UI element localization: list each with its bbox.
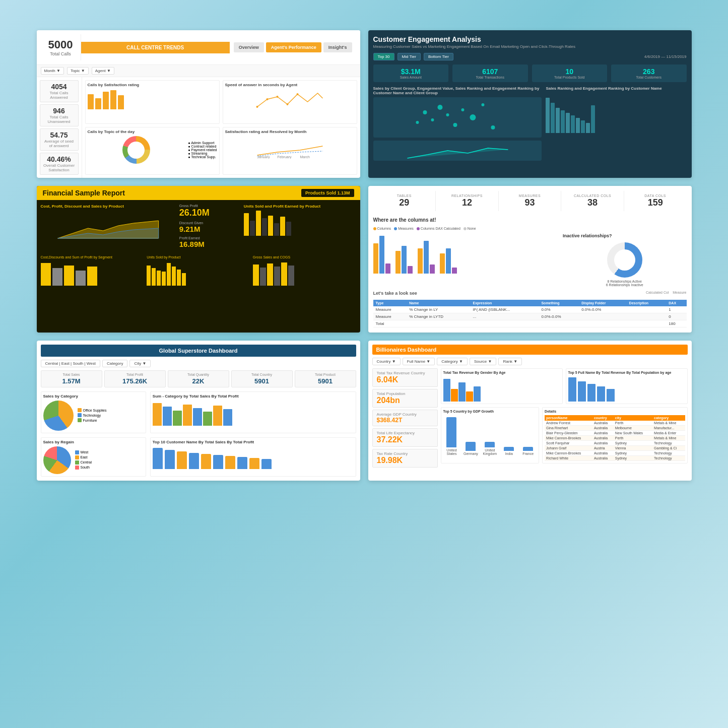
- month-filter[interactable]: Month ▼: [41, 67, 64, 75]
- legend-measures: Measures: [394, 227, 414, 230]
- region-pie-area: West East Central South: [43, 446, 144, 474]
- bar-e: [268, 216, 273, 236]
- svg-point-0: [256, 106, 258, 108]
- bar-a: [244, 213, 249, 236]
- dm-chart-left: [373, 233, 559, 287]
- filter-bottomtier[interactable]: Bottom Tier: [424, 53, 453, 60]
- legend-dax: Columns DAX Calculated: [417, 227, 460, 230]
- bar-1: [88, 94, 94, 109]
- topic-filter[interactable]: Topic ▼: [67, 67, 89, 75]
- sum-bar-3: [173, 411, 182, 426]
- bd-fullname-filter[interactable]: Full Name ▼: [403, 358, 435, 365]
- gs-kpis: Total Sales 1.57M Total Profit 175.26K T…: [41, 370, 356, 387]
- bd-category-filter[interactable]: Category ▼: [437, 358, 468, 365]
- kpi-unanswered: 946 Total Calls Unanswered: [40, 104, 79, 126]
- products-sold-badge: Products Sold 1.13M: [301, 189, 354, 197]
- svg-point-16: [481, 103, 484, 106]
- cost-segment-section: Cost,Discounts and Sum of Profit by Segm…: [41, 255, 144, 286]
- svg-point-3: [286, 103, 288, 105]
- gross-profit-kpi: Gross Profit 26.10M: [179, 204, 240, 218]
- svg-point-1: [266, 98, 268, 100]
- tab-overview[interactable]: Overview: [234, 42, 264, 52]
- tab-agents-performance[interactable]: Agent's Performance: [266, 42, 321, 52]
- up-bar-8: [182, 273, 186, 286]
- total-calls-value: 5000: [47, 38, 75, 51]
- dm-charts: Inactive relationships? 8 Relationships …: [373, 233, 687, 287]
- bd-tax-rate-kpi: Tax Rate Country 19.98K: [372, 449, 438, 468]
- tab-insights[interactable]: Insight's: [323, 42, 352, 52]
- gs-city-filter[interactable]: City ▼: [129, 360, 151, 367]
- gender-bar-m3: [474, 386, 481, 402]
- gs-kpi-quantity: Total Quantity 22K: [168, 370, 229, 387]
- bd-rank-filter[interactable]: Rank ▼: [498, 358, 522, 365]
- svg-text:March: March: [300, 155, 310, 159]
- data-model-panel: TABLES 29 RELATIONSHIPS 12 MEASURES 93 C…: [368, 186, 692, 333]
- bar-g: [280, 217, 285, 236]
- cust-bar-5: [201, 454, 211, 469]
- top-customers-bar: [153, 446, 354, 469]
- gs-region-filter[interactable]: Central | East | South | West: [41, 360, 100, 367]
- bar-justin: [586, 123, 590, 133]
- table-row: Scott Farquhar Australia Sydney Technolo…: [545, 441, 685, 446]
- scatter-plot: [373, 97, 542, 138]
- bar-ludin: [571, 115, 575, 133]
- date-range-label: 4/6/2019 — 11/15/2019: [644, 54, 687, 59]
- gc-bar-4: [274, 267, 280, 286]
- ce-kpi-sales: $3.1M Sales Amount: [373, 64, 449, 82]
- col-bar-b1: [379, 236, 384, 274]
- bar-peter: [546, 98, 550, 133]
- gs-region-chart: Sales by Regain West East Central South: [41, 437, 146, 477]
- bar-patrick: [556, 108, 560, 133]
- sum-bar-chart: [153, 401, 354, 426]
- svg-point-17: [491, 125, 495, 129]
- bd-country-filter[interactable]: Country ▼: [372, 358, 401, 365]
- bar-3: [103, 92, 109, 109]
- bar-d: [262, 218, 267, 236]
- cust-bar-1: [153, 448, 163, 469]
- svg-point-9: [423, 110, 427, 114]
- fin-title: Financial Sample Report: [43, 189, 125, 197]
- col-bar-a1: [373, 243, 378, 274]
- bar-f: [274, 223, 279, 236]
- financial-panel: Financial Sample Report Products Sold 1.…: [37, 186, 360, 333]
- ma-line: [373, 141, 542, 161]
- bd-title: Billionaires Dashboard: [372, 345, 688, 355]
- ce-filters: Top 30 Mid Tier Bottom Tier 4/6/2019 — 1…: [373, 53, 687, 60]
- region-pie: [43, 446, 71, 474]
- col-bar-a3: [418, 248, 423, 274]
- speed-chart-card: Speed of answer in seconds by Agent: [223, 80, 357, 124]
- cost-segment-title: Cost,Discounts and Sum of Profit by Segm…: [41, 255, 144, 259]
- gs-category-filter[interactable]: Category: [102, 360, 127, 367]
- bd-source-filter[interactable]: Source ▼: [470, 358, 497, 365]
- up-bar-1: [147, 266, 151, 286]
- customer-engagement-panel: Customer Engagement Analysis Measuring C…: [368, 30, 692, 178]
- category-pie: [43, 401, 74, 431]
- sum-bar-1: [153, 403, 162, 426]
- sum-bar-6: [203, 412, 212, 426]
- dashboard-grid: 5000 Total Calls CALL CENTRE TRENDS Over…: [37, 30, 692, 481]
- up-bar-2: [152, 268, 156, 286]
- seg-bar-5: [87, 267, 97, 286]
- agent-filter[interactable]: Agent ▼: [92, 67, 114, 75]
- seg-bar-4: [76, 271, 86, 286]
- gs-sales-category-chart: Sales by Category Office Supplies Techno…: [41, 391, 146, 433]
- fin-center: Gross Profit 26.10M Discount Given 9.21M…: [179, 204, 240, 251]
- bd-filters: Country ▼ Full Name ▼ Category ▼ Source …: [372, 358, 688, 365]
- dm-stats: TABLES 29 RELATIONSHIPS 12 MEASURES 93 C…: [373, 191, 687, 211]
- stat-relationships: RELATIONSHIPS 12: [436, 191, 499, 211]
- bd-gdp-kpi: Average GDP Country $368.42T: [372, 410, 438, 426]
- col-bar-c4: [452, 268, 457, 274]
- ce-kpi-customers: 263 Total Customers: [611, 64, 687, 82]
- gross-cogs-title: Gross Sales and COGS: [253, 255, 356, 259]
- sum-bar-8: [223, 409, 232, 426]
- ce-subtitle: Measuring Customer Sales vs Marketing En…: [373, 44, 687, 49]
- filter-top30[interactable]: Top 30: [373, 53, 394, 60]
- cust-bar-6: [213, 455, 223, 469]
- svg-text:January: January: [257, 155, 270, 159]
- units-product-title: Units Sold by Product: [147, 255, 250, 259]
- bd-main-content: Total Tax Revenue Country 6.04K Total Po…: [372, 368, 688, 470]
- gender-bar-f: [451, 389, 458, 402]
- fin-bottom: Cost,Discounts and Sum of Profit by Segm…: [37, 255, 360, 290]
- stat-calc-cols: CALCULATED COLS 38: [561, 191, 624, 211]
- filter-midtier[interactable]: Mid Tier: [398, 53, 421, 60]
